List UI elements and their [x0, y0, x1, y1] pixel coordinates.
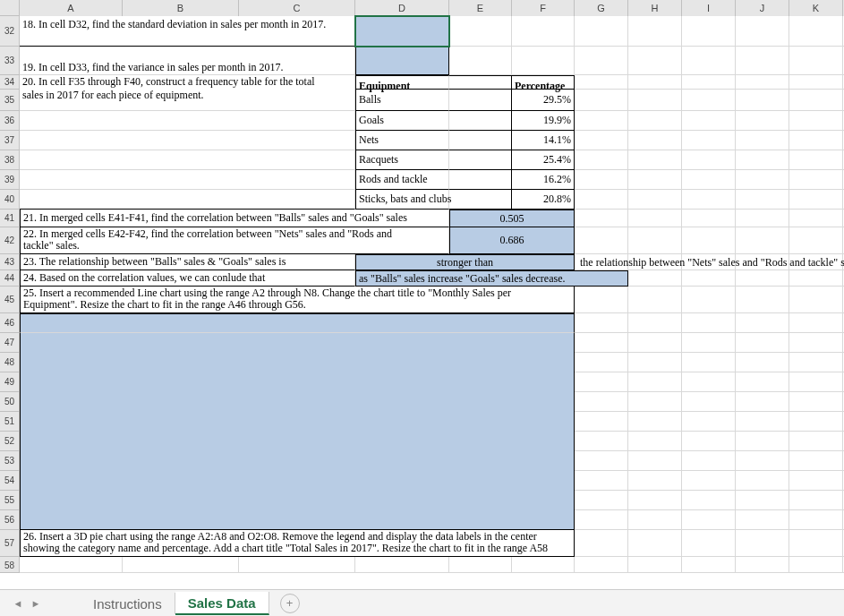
cell-F33[interactable] [512, 47, 575, 75]
row-header[interactable]: 40 [0, 190, 20, 210]
tab-sales-data[interactable]: Sales Data [175, 592, 269, 615]
col-header-G[interactable]: G [575, 0, 628, 16]
row-header[interactable]: 57 [0, 530, 20, 557]
cell-K46[interactable] [789, 313, 843, 333]
cell-F37[interactable]: 14.1% [512, 131, 575, 150]
cell-J52[interactable] [736, 432, 789, 451]
cell-I41[interactable] [682, 210, 736, 227]
cell-J56[interactable] [736, 510, 789, 530]
cell-E34[interactable] [449, 75, 512, 90]
row-header[interactable]: 38 [0, 150, 20, 170]
cell-A37[interactable] [20, 131, 355, 150]
cell-K57[interactable] [789, 530, 843, 557]
chart-placeholder[interactable] [20, 313, 575, 333]
cell-D58[interactable] [355, 557, 449, 573]
cell-K52[interactable] [789, 432, 843, 451]
cell-D43[interactable]: stronger than [355, 254, 575, 270]
cell-E35[interactable] [449, 90, 512, 111]
cell-I48[interactable] [682, 353, 736, 372]
cell-A45[interactable]: 25. Insert a recommended Line chart usin… [20, 287, 575, 313]
row-header[interactable]: 50 [0, 392, 20, 412]
cell-G46[interactable] [575, 313, 628, 333]
cell-F34[interactable]: Percentage [512, 75, 575, 90]
cell-A38[interactable] [20, 150, 355, 170]
cell-J55[interactable] [736, 491, 789, 510]
col-header-K[interactable]: K [789, 0, 843, 16]
cell-J34[interactable] [736, 75, 789, 90]
cell-D39[interactable]: Rods and tackle [355, 170, 449, 190]
cell-H32[interactable] [628, 16, 682, 47]
select-all-corner[interactable] [0, 0, 20, 16]
cell-G40[interactable] [575, 190, 628, 210]
cell-D36[interactable]: Goals [355, 111, 449, 131]
cell-G48[interactable] [575, 353, 628, 372]
cell-E32[interactable] [449, 16, 512, 47]
cell-H55[interactable] [628, 491, 682, 510]
col-header-B[interactable]: B [123, 0, 239, 16]
cell-I46[interactable] [682, 313, 736, 333]
col-header-E[interactable]: E [449, 0, 512, 16]
cell-E38[interactable] [449, 150, 512, 170]
col-header-A[interactable]: A [20, 0, 123, 16]
cell-F58[interactable] [512, 557, 575, 573]
row-header[interactable]: 48 [0, 353, 20, 372]
cell-J35[interactable] [736, 90, 789, 111]
cell-A39[interactable] [20, 170, 355, 190]
cell-K54[interactable] [789, 471, 843, 491]
cell-H44[interactable] [628, 270, 682, 287]
cell-I42[interactable] [682, 227, 736, 254]
chart-placeholder[interactable] [20, 372, 575, 392]
cell-D38[interactable]: Racquets [355, 150, 449, 170]
cell-G42[interactable] [575, 227, 628, 254]
row-header[interactable]: 32 [0, 16, 20, 47]
cell-I38[interactable] [682, 150, 736, 170]
cell-K58[interactable] [789, 557, 843, 573]
cell-H48[interactable] [628, 353, 682, 372]
cell-C58[interactable] [239, 557, 355, 573]
cell-A35[interactable]: sales in 2017 for each piece of equipmen… [20, 90, 355, 111]
cell-E36[interactable] [449, 111, 512, 131]
cell-H57[interactable] [628, 530, 682, 557]
cell-G53[interactable] [575, 451, 628, 471]
cell-J57[interactable] [736, 530, 789, 557]
cell-H42[interactable] [628, 227, 682, 254]
cell-D40[interactable]: Sticks, bats and clubs [355, 190, 449, 210]
cell-J47[interactable] [736, 333, 789, 353]
add-sheet-button[interactable]: + [280, 594, 300, 613]
cell-G32[interactable] [575, 16, 628, 47]
cell-A32[interactable]: 18. In cell D32, find the standard devia… [20, 16, 355, 47]
cell-D35[interactable]: Balls [355, 90, 449, 111]
row-header[interactable]: 56 [0, 510, 20, 530]
col-header-J[interactable]: J [736, 0, 789, 16]
cell-G43[interactable]: the relationship between "Nets" sales an… [575, 254, 628, 270]
cell-H49[interactable] [628, 372, 682, 392]
cell-F32[interactable] [512, 16, 575, 47]
cell-I58[interactable] [682, 557, 736, 573]
cell-J33[interactable] [736, 47, 789, 75]
cell-I52[interactable] [682, 432, 736, 451]
cell-J37[interactable] [736, 131, 789, 150]
row-header[interactable]: 42 [0, 227, 20, 254]
row-header[interactable]: 54 [0, 471, 20, 491]
row-header[interactable]: 58 [0, 557, 20, 573]
cell-J54[interactable] [736, 471, 789, 491]
cell-G54[interactable] [575, 471, 628, 491]
cell-J32[interactable] [736, 16, 789, 47]
cell-J48[interactable] [736, 353, 789, 372]
cell-K44[interactable] [789, 270, 843, 287]
cell-G51[interactable] [575, 412, 628, 432]
cell-F35[interactable]: 29.5% [512, 90, 575, 111]
cell-I47[interactable] [682, 333, 736, 353]
cell-J45[interactable] [736, 287, 789, 313]
cell-G45[interactable] [575, 287, 628, 313]
cell-A58[interactable] [20, 557, 123, 573]
cell-A41[interactable]: 21. In merged cells E41-F41, find the co… [20, 210, 449, 227]
cell-K56[interactable] [789, 510, 843, 530]
cell-J49[interactable] [736, 372, 789, 392]
cell-H46[interactable] [628, 313, 682, 333]
cell-E40[interactable] [449, 190, 512, 210]
cell-K49[interactable] [789, 372, 843, 392]
cell-I36[interactable] [682, 111, 736, 131]
cell-E37[interactable] [449, 131, 512, 150]
cell-I54[interactable] [682, 471, 736, 491]
